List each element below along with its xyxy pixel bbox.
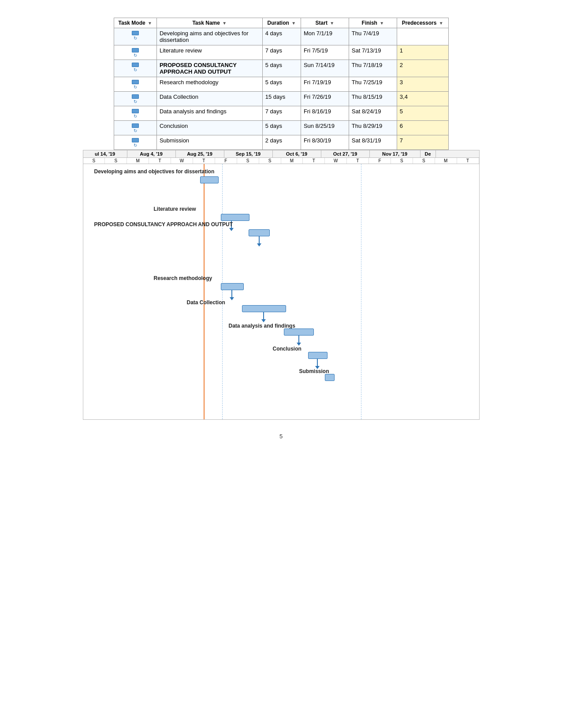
task-duration-cell: 2 days [262, 135, 301, 150]
gantt-day-header: T [193, 158, 215, 164]
gantt-header-periods: ul 14, '19Aug 4, '19Aug 25, '19Sep 15, '… [83, 150, 480, 158]
gantt-bar [325, 374, 335, 381]
sort-arrow-task-name[interactable]: ▼ [222, 21, 227, 26]
vertical-reference-line [361, 164, 361, 419]
gantt-day-header: W [325, 158, 347, 164]
task-duration-cell: 7 days [262, 106, 301, 121]
table-row: ↻ Conclusion5 daysSun 8/25/19Thu 8/29/19… [114, 121, 448, 135]
task-start-cell: Fri 7/5/19 [301, 45, 349, 60]
task-finish-cell: Thu 7/4/19 [349, 28, 397, 45]
gantt-day-header: S [237, 158, 259, 164]
gantt-arrow-line [263, 312, 264, 319]
sort-arrow-duration[interactable]: ▼ [291, 21, 296, 26]
task-name-cell: Conclusion [156, 121, 262, 135]
task-start-cell: Fri 8/30/19 [301, 135, 349, 150]
task-mode-icon: ↻ [114, 77, 156, 92]
table-row: ↻ Data Collection15 daysFri 7/26/19Thu 8… [114, 92, 448, 106]
col-header-task-mode[interactable]: Task Mode ▼ [114, 18, 156, 28]
task-mode-icon: ↻ [114, 135, 156, 150]
gantt-table: Task Mode ▼ Task Name ▼ Duration ▼ Start… [114, 18, 449, 150]
sort-arrow-finish[interactable]: ▼ [380, 21, 384, 26]
gantt-period-header: Aug 25, '19 [176, 150, 224, 157]
sort-arrow-predecessors[interactable]: ▼ [439, 21, 443, 26]
col-header-task-name[interactable]: Task Name ▼ [156, 18, 262, 28]
gantt-arrow-line [317, 359, 318, 366]
gantt-task-label: Submission [299, 368, 329, 374]
task-mode-icon: ↻ [114, 92, 156, 106]
table-row: ↻ Research methodology5 daysFri 7/19/19T… [114, 77, 448, 92]
task-predecessors-cell: 3 [397, 77, 448, 92]
gantt-bar [221, 283, 244, 290]
gantt-bar [200, 176, 219, 183]
gantt-period-header: Nov 17, '19 [370, 150, 421, 157]
task-name-cell: Data analysis and findings [156, 106, 262, 121]
task-finish-cell: Thu 7/18/19 [349, 60, 397, 77]
gantt-bar [284, 329, 314, 336]
gantt-task-label: Research methodology [154, 275, 212, 281]
task-name-cell: Submission [156, 135, 262, 150]
orange-reference-line [204, 164, 205, 419]
task-name-cell: Developing aims and objectives for disse… [156, 28, 262, 45]
task-mode-icon-5: ↻ [132, 109, 139, 119]
task-predecessors-cell: 6 [397, 121, 448, 135]
gantt-day-header: M [435, 158, 457, 164]
gantt-period-header: Aug 4, '19 [127, 150, 176, 157]
task-mode-icon-7: ↻ [132, 138, 139, 148]
gantt-arrow-head [261, 319, 266, 322]
task-name-cell: Data Collection [156, 92, 262, 106]
gantt-day-header: F [215, 158, 237, 164]
gantt-task-label: Conclusion [273, 346, 301, 352]
sort-arrow-task-mode[interactable]: ▼ [148, 21, 152, 26]
col-header-start[interactable]: Start ▼ [301, 18, 349, 28]
task-mode-icon: ↻ [114, 121, 156, 135]
task-finish-cell: Thu 7/25/19 [349, 77, 397, 92]
task-duration-cell: 7 days [262, 45, 301, 60]
task-finish-cell: Sat 8/24/19 [349, 106, 397, 121]
table-row: ↻ PROPOSED CONSULTANCY APPROACH AND OUTP… [114, 60, 448, 77]
gantt-period-header: Oct 6, '19 [273, 150, 321, 157]
task-duration-cell: 5 days [262, 60, 301, 77]
gantt-arrow-head [257, 243, 261, 246]
gantt-day-header: M [127, 158, 149, 164]
task-start-cell: Mon 7/1/19 [301, 28, 349, 45]
task-start-cell: Fri 8/16/19 [301, 106, 349, 121]
gantt-task-label: Literature review [154, 206, 196, 212]
gantt-arrow-line [259, 236, 260, 243]
col-header-duration[interactable]: Duration ▼ [262, 18, 301, 28]
gantt-day-header: S [259, 158, 281, 164]
gantt-day-header: S [391, 158, 413, 164]
gantt-day-header: S [83, 158, 105, 164]
gantt-day-header: F [369, 158, 391, 164]
task-duration-cell: 15 days [262, 92, 301, 106]
gantt-task-label: PROPOSED CONSULTANCY APPROACH AND OUTPUT [94, 221, 233, 228]
task-start-cell: Sun 8/25/19 [301, 121, 349, 135]
task-name-cell: PROPOSED CONSULTANCY APPROACH AND OUTPUT [156, 60, 262, 77]
gantt-bar [308, 352, 328, 359]
task-finish-cell: Sat 7/13/19 [349, 45, 397, 60]
task-predecessors-cell: 7 [397, 135, 448, 150]
gantt-arrow-line [231, 290, 232, 297]
task-predecessors-cell: 1 [397, 45, 448, 60]
col-header-finish[interactable]: Finish ▼ [349, 18, 397, 28]
sort-arrow-start[interactable]: ▼ [330, 21, 334, 26]
gantt-arrow-head [297, 343, 301, 346]
gantt-period-header: Sep 15, '19 [224, 150, 273, 157]
gantt-period-header: De [421, 150, 436, 157]
gantt-day-header: T [457, 158, 479, 164]
col-header-predecessors[interactable]: Predecessors ▼ [397, 18, 448, 28]
gantt-header-days: SSMTWTFSSMTWTFSSMT [83, 158, 480, 164]
table-row: ↻ Developing aims and objectives for dis… [114, 28, 448, 45]
task-predecessors-cell [397, 28, 448, 45]
task-mode-icon: ↻ [114, 45, 156, 60]
gantt-arrow-head [230, 297, 234, 300]
table-row: ↻ Literature review7 daysFri 7/5/19Sat 7… [114, 45, 448, 60]
task-finish-cell: Thu 8/15/19 [349, 92, 397, 106]
gantt-day-header: S [105, 158, 127, 164]
task-finish-cell: Sat 8/31/19 [349, 135, 397, 150]
gantt-day-header: T [347, 158, 369, 164]
gantt-bar [242, 305, 286, 312]
task-mode-icon-1: ↻ [132, 48, 139, 58]
task-duration-cell: 5 days [262, 121, 301, 135]
gantt-day-header: W [171, 158, 193, 164]
gantt-task-label: Developing aims and objectives for disse… [94, 168, 215, 175]
